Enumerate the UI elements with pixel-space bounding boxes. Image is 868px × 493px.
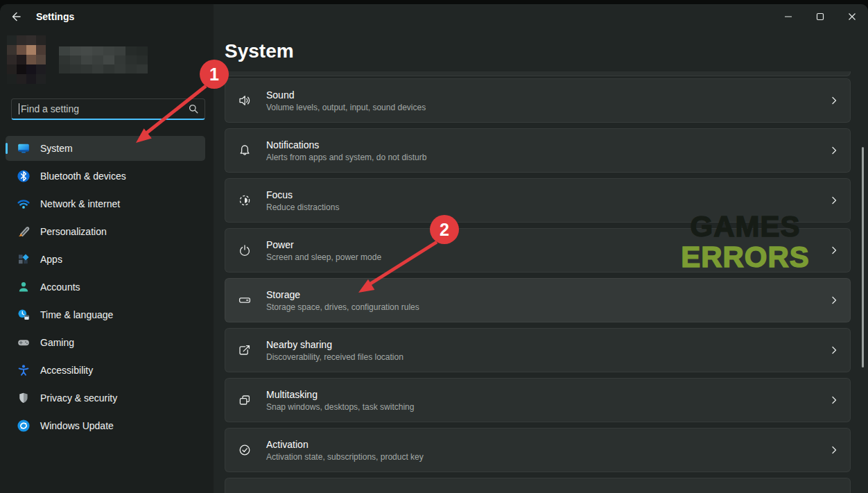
chevron-right-icon [829,146,839,155]
sidebar-item-label: Personalization [40,226,107,237]
back-arrow-icon [10,10,22,23]
sidebar-item-time-language[interactable]: Time & language [6,302,205,327]
sidebar-item-system[interactable]: System [6,136,205,161]
search-input[interactable] [21,103,188,114]
sidebar-item-label: Accessibility [40,365,93,376]
card-subtitle: Screen and sleep, power mode [266,252,824,262]
sidebar-item-label: Accounts [40,282,80,293]
chevron-right-icon [829,395,839,405]
chevron-right-icon [829,196,839,205]
sidebar: System Bluetooth & devices Network & int… [0,29,214,493]
settings-card-nearby-sharing[interactable]: Nearby sharing Discoverability, received… [225,328,851,372]
chevron-right-icon [829,245,839,255]
search-box[interactable] [11,98,205,120]
titlebar: Settings [0,4,868,29]
settings-card-sound[interactable]: Sound Volume levels, output, input, soun… [225,78,851,123]
card-title: Storage [266,289,824,300]
shield-icon [17,391,31,405]
bluetooth-icon [17,169,31,183]
card-title: Activation [266,439,824,450]
card-subtitle: Snap windows, desktops, task switching [266,402,824,412]
card-title: Notifications [266,139,824,150]
text-caret [19,103,19,114]
gamepad-icon [17,336,31,349]
sidebar-item-label: Bluetooth & devices [40,171,126,182]
back-button[interactable] [8,9,24,24]
scrollbar-thumb[interactable] [862,147,864,367]
card-subtitle: Alerts from apps and system, do not dist… [266,153,824,162]
bell-icon [238,144,252,157]
sidebar-item-label: Gaming [40,337,74,348]
settings-card-focus[interactable]: Focus Reduce distractions [225,178,851,223]
sidebar-item-apps[interactable]: Apps [6,247,205,272]
sidebar-item-bluetooth-devices[interactable]: Bluetooth & devices [6,164,205,189]
app-title: Settings [36,11,74,22]
window-controls [772,4,868,29]
sidebar-item-label: Windows Update [40,420,114,431]
card-title: Power [266,239,824,250]
page-title: System [225,40,294,62]
wifi-icon [17,197,31,211]
card-subtitle: Reduce distractions [266,202,824,212]
card-title: Multitasking [266,389,824,400]
chevron-right-icon [829,295,839,305]
settings-card-notifications[interactable]: Notifications Alerts from apps and syste… [225,128,851,173]
scrolled-card-edge[interactable] [225,71,851,76]
sidebar-item-label: Time & language [40,309,113,320]
nearby-sharing-icon [238,343,252,357]
card-subtitle: Storage space, drives, configuration rul… [266,302,824,312]
focus-icon [238,193,252,207]
card-subtitle: Activation state, subscriptions, product… [266,452,824,462]
sidebar-item-network-internet[interactable]: Network & internet [6,191,205,216]
chevron-right-icon [829,345,839,355]
card-title: Nearby sharing [266,339,824,350]
paintbrush-icon [17,225,31,239]
settings-card-power[interactable]: Power Screen and sleep, power mode [225,228,851,273]
settings-card-storage[interactable]: Storage Storage space, drives, configura… [225,278,851,322]
settings-window: Settings [0,4,868,493]
sidebar-item-label: System [40,143,73,154]
clock-language-icon [17,308,31,322]
settings-card-partial[interactable] [225,478,851,493]
maximize-button[interactable] [804,4,836,29]
system-icon [17,141,31,155]
sidebar-item-gaming[interactable]: Gaming [6,330,205,355]
minimize-button[interactable] [772,4,804,29]
apps-icon [17,252,31,266]
card-subtitle: Discoverability, received files location [266,352,824,362]
update-icon [17,419,31,433]
sidebar-item-personalization[interactable]: Personalization [6,219,205,244]
checkmark-circle-icon [238,443,252,457]
card-title: Sound [266,89,824,101]
storage-drive-icon [238,293,252,307]
power-icon [238,243,252,257]
card-title: Focus [266,189,824,200]
sidebar-nav: System Bluetooth & devices Network & int… [6,136,205,441]
settings-card-activation[interactable]: Activation Activation state, subscriptio… [225,428,851,472]
sidebar-item-accessibility[interactable]: Accessibility [6,358,205,383]
person-icon [17,280,31,294]
card-subtitle: Volume levels, output, input, sound devi… [266,103,824,112]
sidebar-item-label: Network & internet [40,198,120,209]
close-icon [848,12,856,21]
chevron-right-icon [829,96,839,105]
sidebar-item-privacy-security[interactable]: Privacy & security [6,386,205,410]
search-icon [188,103,199,114]
multitasking-icon [238,393,252,407]
user-name-blurred [59,46,148,73]
accessibility-icon [17,363,31,377]
settings-card-list: Sound Volume levels, output, input, soun… [225,71,851,493]
sidebar-item-label: Privacy & security [40,392,117,404]
speaker-icon [238,94,252,107]
user-avatar [7,35,46,84]
sidebar-item-windows-update[interactable]: Windows Update [6,413,205,438]
maximize-icon [816,12,824,21]
chevron-right-icon [829,445,839,455]
sidebar-item-label: Apps [40,254,62,265]
close-button[interactable] [836,4,868,29]
sidebar-item-accounts[interactable]: Accounts [6,275,205,300]
minimize-icon [784,12,792,21]
settings-card-multitasking[interactable]: Multitasking Snap windows, desktops, tas… [225,378,851,422]
